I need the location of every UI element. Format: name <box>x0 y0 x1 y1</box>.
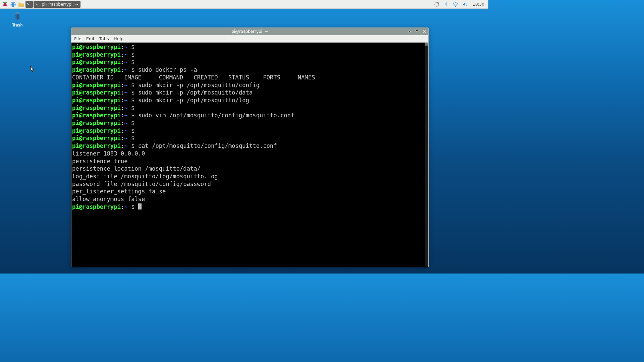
volume-icon[interactable] <box>462 1 468 7</box>
terminal-scrollbar[interactable] <box>425 43 428 267</box>
system-tray: 10:30 <box>434 1 488 7</box>
taskbar-window-button[interactable]: >_ pi@raspberrypi: ~ <box>34 1 80 8</box>
scrollbar-thumb[interactable] <box>425 43 428 46</box>
desktop-trash[interactable]: Trash <box>7 11 28 27</box>
close-icon[interactable] <box>422 28 427 34</box>
trash-label: Trash <box>7 23 28 27</box>
wifi-icon[interactable] <box>452 1 459 7</box>
svg-point-9 <box>455 6 456 6</box>
bluetooth-icon[interactable] <box>443 1 449 7</box>
taskbar-left: >_ >_ pi@raspberrypi: ~ <box>0 1 80 8</box>
terminal-text: pi@raspberrypi:~ $ pi@raspberrypi:~ $ pi… <box>72 43 424 266</box>
terminal-window: pi@raspberrypi: ~ File Edit Tabs Help pi… <box>71 27 429 267</box>
raspberry-menu-icon[interactable] <box>1 1 9 8</box>
svg-point-5 <box>6 5 7 6</box>
menu-tabs[interactable]: Tabs <box>99 36 109 41</box>
trash-icon <box>12 11 22 21</box>
svg-point-2 <box>4 2 6 4</box>
window-titlebar[interactable]: pi@raspberrypi: ~ <box>71 28 428 35</box>
minimize-icon[interactable] <box>407 28 412 34</box>
update-icon[interactable] <box>434 1 440 7</box>
svg-point-3 <box>4 4 6 6</box>
file-manager-icon[interactable] <box>17 1 25 8</box>
terminal-body[interactable]: pi@raspberrypi:~ $ pi@raspberrypi:~ $ pi… <box>71 43 428 267</box>
terminal-launcher-icon[interactable]: >_ <box>25 1 33 8</box>
menu-help[interactable]: Help <box>114 36 124 41</box>
taskbar-window-title: pi@raspberrypi: ~ <box>42 2 78 7</box>
clock[interactable]: 10:30 <box>471 2 486 7</box>
menu-edit[interactable]: Edit <box>86 36 95 41</box>
menu-file[interactable]: File <box>74 36 82 41</box>
window-title: pi@raspberrypi: ~ <box>231 29 268 34</box>
cursor-pointer-icon <box>30 66 35 74</box>
terminal-menubar: File Edit Tabs Help <box>71 35 428 43</box>
maximize-icon[interactable] <box>414 28 420 34</box>
taskbar: >_ >_ pi@raspberrypi: ~ 10:30 <box>0 0 488 9</box>
globe-icon[interactable] <box>9 1 17 8</box>
svg-point-4 <box>3 5 4 6</box>
